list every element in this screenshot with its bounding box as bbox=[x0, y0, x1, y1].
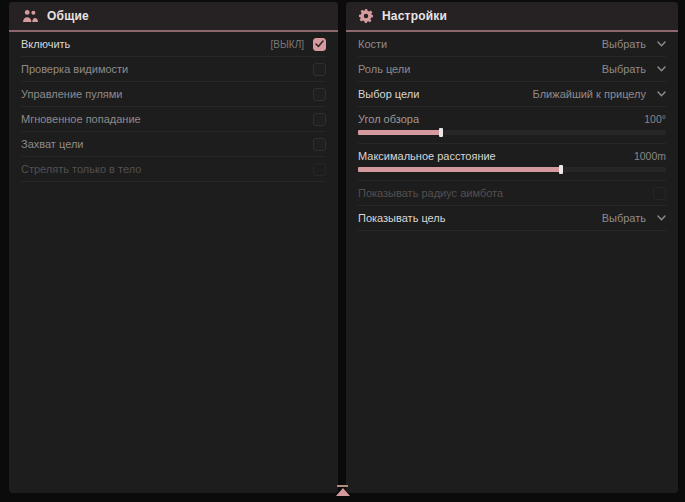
row-controls bbox=[313, 88, 326, 101]
general-row[interactable]: Захват цели bbox=[21, 132, 326, 157]
slider[interactable] bbox=[358, 167, 666, 172]
row-label: Роль цели bbox=[358, 63, 410, 75]
general-rows: Включить[ВЫКЛ]Проверка видимостиУправлен… bbox=[9, 32, 338, 182]
chevron-down-icon bbox=[657, 66, 666, 72]
general-row[interactable]: Включить[ВЫКЛ] bbox=[21, 32, 326, 57]
slider-label-line: Угол обзора100° bbox=[358, 111, 666, 126]
row-controls: Ближайший к прицелу bbox=[533, 88, 666, 100]
general-row: Стрелять только в тело bbox=[21, 157, 326, 182]
row-label: Мгновенное попадание bbox=[21, 113, 141, 125]
row-label: Показывать радиус аимбота bbox=[358, 187, 503, 199]
settings-row[interactable]: Роль целиВыбрать bbox=[358, 57, 666, 82]
row-label: Захват цели bbox=[21, 138, 83, 150]
general-row[interactable]: Мгновенное попадание bbox=[21, 107, 326, 132]
chevron-down-icon bbox=[657, 41, 666, 47]
slider-thumb[interactable] bbox=[439, 128, 443, 137]
general-panel: Общие Включить[ВЫКЛ]Проверка видимостиУп… bbox=[9, 2, 338, 493]
slider-fill bbox=[358, 167, 561, 172]
dropdown-value: Выбрать bbox=[602, 38, 646, 50]
checkbox[interactable] bbox=[313, 63, 326, 76]
chevron-down-icon bbox=[657, 91, 666, 97]
users-icon bbox=[22, 9, 38, 23]
slider-value: 1000m bbox=[634, 150, 666, 162]
row-label: Проверка видимости bbox=[21, 63, 128, 75]
settings-row: Показывать радиус аимбота bbox=[358, 181, 666, 206]
row-controls: Выбрать bbox=[602, 63, 666, 75]
settings-panel-title: Настройки bbox=[382, 9, 447, 23]
chevron-down-icon bbox=[657, 215, 666, 221]
row-controls: Выбрать bbox=[602, 38, 666, 50]
general-row[interactable]: Управление пулями bbox=[21, 82, 326, 107]
row-label: Кости bbox=[358, 38, 387, 50]
row-controls bbox=[313, 138, 326, 151]
general-panel-header: Общие bbox=[9, 2, 338, 32]
dropdown-value: Выбрать bbox=[602, 63, 646, 75]
slider-label-line: Максимальное расстояние1000m bbox=[358, 148, 666, 163]
checkbox bbox=[313, 163, 326, 176]
row-controls: [ВЫКЛ] bbox=[271, 38, 326, 51]
settings-row-slider: Максимальное расстояние1000m bbox=[358, 144, 666, 181]
slider-fill bbox=[358, 130, 441, 135]
dropdown[interactable]: Выбрать bbox=[602, 63, 666, 75]
settings-row[interactable]: Выбор целиБлижайший к прицелу bbox=[358, 82, 666, 107]
hotkey-label: [ВЫКЛ] bbox=[271, 39, 304, 50]
row-label: Выбор цели bbox=[358, 88, 419, 100]
slider-thumb[interactable] bbox=[559, 165, 563, 174]
row-controls bbox=[653, 187, 666, 200]
general-row[interactable]: Проверка видимости bbox=[21, 57, 326, 82]
row-controls bbox=[313, 63, 326, 76]
checkbox[interactable] bbox=[313, 113, 326, 126]
row-label: Управление пулями bbox=[21, 88, 123, 100]
dropdown-value: Выбрать bbox=[602, 212, 646, 224]
general-panel-title: Общие bbox=[47, 9, 89, 23]
settings-rows: КостиВыбратьРоль целиВыбратьВыбор целиБл… bbox=[346, 32, 678, 231]
checkbox[interactable] bbox=[313, 138, 326, 151]
dropdown[interactable]: Ближайший к прицелу bbox=[533, 88, 666, 100]
dropdown[interactable]: Выбрать bbox=[602, 38, 666, 50]
row-label: Показывать цель bbox=[358, 212, 446, 224]
settings-panel: Настройки КостиВыбратьРоль целиВыбратьВы… bbox=[346, 2, 678, 493]
row-label: Стрелять только в тело bbox=[21, 163, 141, 175]
gear-icon bbox=[359, 9, 373, 23]
row-label: Угол обзора bbox=[358, 113, 419, 125]
settings-row-slider: Угол обзора100° bbox=[358, 107, 666, 144]
slider[interactable] bbox=[358, 130, 666, 135]
row-controls bbox=[313, 163, 326, 176]
dropdown-value: Ближайший к прицелу bbox=[533, 88, 646, 100]
row-controls bbox=[313, 113, 326, 126]
checkbox[interactable] bbox=[313, 38, 326, 51]
settings-row[interactable]: Показывать цельВыбрать bbox=[358, 206, 666, 231]
arrow-up-indicator bbox=[335, 485, 350, 496]
slider-value: 100° bbox=[644, 113, 666, 125]
checkbox[interactable] bbox=[313, 88, 326, 101]
row-label: Включить bbox=[21, 38, 70, 50]
settings-row[interactable]: КостиВыбрать bbox=[358, 32, 666, 57]
settings-panel-header: Настройки bbox=[346, 2, 678, 32]
row-controls: Выбрать bbox=[602, 212, 666, 224]
checkbox bbox=[653, 187, 666, 200]
row-label: Максимальное расстояние bbox=[358, 150, 496, 162]
dropdown[interactable]: Выбрать bbox=[602, 212, 666, 224]
